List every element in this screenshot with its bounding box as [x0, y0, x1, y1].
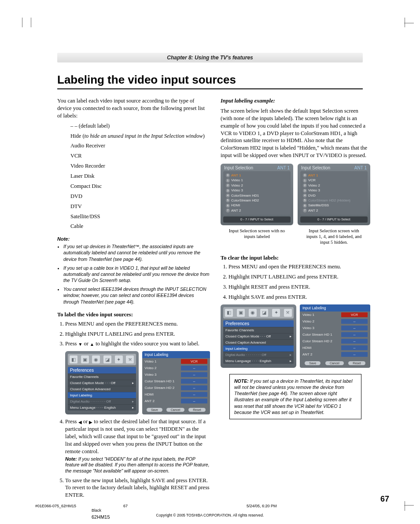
il-title: Input Labeling: [142, 351, 210, 358]
label-item: Audio Receiver: [70, 142, 210, 150]
label-item: DVD: [70, 193, 210, 200]
to-label-heading: To label the video input sources:: [57, 311, 210, 319]
menu-icon: ▣: [81, 355, 89, 363]
label-default: – – (default label): [70, 123, 110, 129]
footer-page: 67: [123, 504, 247, 508]
down-triangle-icon: ▼: [78, 341, 83, 348]
osd-item: ColorStream HD1: [231, 194, 259, 198]
label-item: Compact Disc: [70, 183, 210, 190]
il-row: Color Stream HD 1--: [300, 331, 370, 338]
il-row: Video 2--: [300, 318, 370, 325]
il-reset: Reset: [188, 408, 205, 412]
osd-ant: ANT 1: [277, 165, 290, 170]
il-row: HDMI--: [300, 344, 370, 351]
pref-item: Closed Caption Mode · · · Off▸: [223, 333, 294, 339]
pref-item: Menu Language · · · · English▸: [223, 358, 294, 364]
page-number: 67: [380, 495, 389, 504]
footer-black: Black: [92, 508, 394, 513]
il-row: Video 3--: [300, 325, 370, 331]
menu-icon-row: ◧ ▣ ◉ ◪ ✦ ⤧: [223, 307, 294, 319]
osd-title: Input Selection: [301, 165, 330, 170]
label-hide: Hide (to hide an unused input in the Inp…: [70, 132, 210, 140]
osd-item: HDMI: [231, 203, 240, 207]
step: Highlight INPUT LABELING and press ENTER…: [65, 330, 210, 338]
osd-item: ColorStream HD2: [231, 198, 259, 202]
osd-item: Video 1: [231, 178, 243, 182]
pref-item: Digital Audio · · · · · · · · Off▸: [223, 352, 294, 358]
osd-item: ANT 2: [231, 209, 241, 213]
il-row: Color Stream HD 1--: [142, 378, 210, 385]
osd-item: Video 2: [308, 183, 320, 187]
pref-item: Digital Audio · · · · · · · · Off▸: [68, 398, 136, 404]
label-item: VCR: [70, 152, 210, 160]
label-item: Video Recorder: [70, 162, 210, 170]
osd-item: ANT 1: [231, 173, 241, 177]
menu-icon: ✦: [272, 309, 280, 317]
menu-icon: ◧: [225, 309, 233, 317]
footer-model: 62HM15: [92, 514, 394, 520]
print-footer: #01E066-075_62HM15 67 5/24/05, 6:20 PM B…: [35, 504, 394, 520]
note-item: If you set up devices in TheaterNet™, th…: [63, 243, 210, 262]
step: Press MENU and open the PREFERENCES menu…: [65, 320, 210, 328]
label-steps: Press MENU and open the PREFERENCES menu…: [65, 320, 210, 348]
label-item: Laser Disk: [70, 172, 210, 180]
il-row: Video 1VCR: [300, 311, 370, 318]
menu-icon: ◉: [92, 355, 100, 363]
step: Highlight SAVE and press ENTER.: [228, 293, 370, 301]
osd-item: Video 3: [308, 188, 320, 192]
osd-item: ColorStream HD2 (Hidden): [308, 198, 350, 202]
pref-item-selected: Input Labeling: [68, 392, 136, 398]
label-item: Satellite/DSS: [70, 213, 210, 220]
step: To save the new input labels, highlight …: [65, 477, 210, 499]
up-triangle-icon: ▲: [90, 341, 94, 348]
chapter-header: Chapter 8: Using the TV's features: [57, 53, 363, 62]
il-row: HDMI--: [142, 391, 210, 398]
osd-item: ANT 2: [308, 209, 318, 213]
menu-icon: ▣: [237, 309, 245, 317]
step: Press ◀ or ▶ to select the desired label…: [65, 418, 210, 474]
preferences-title: Preferences: [223, 320, 294, 327]
osd-caption-left: Input Selection screen with no inputs la…: [221, 228, 293, 245]
note-box: NOTE: If you set up a device in TheaterN…: [229, 374, 361, 419]
il-row: Color Stream HD 2--: [300, 338, 370, 344]
example-text: The screen below left shows the default …: [221, 107, 370, 159]
osd-item: DVD: [308, 194, 316, 198]
note-heading: Note:: [57, 236, 210, 242]
il-save: Save: [147, 408, 162, 412]
menu-icon: ◪: [260, 309, 268, 317]
step: Press MENU and open the PREFERENCES menu…: [228, 263, 370, 271]
step: Press ▼ or ▲ to highlight the video sour…: [65, 340, 210, 348]
left-column: You can label each video input source ac…: [57, 97, 210, 502]
input-selection-osd-row: Input SelectionANT 1 0ANT 1 1Video 1 2Vi…: [221, 164, 370, 225]
pref-item: Closed Caption Advanced: [223, 339, 294, 345]
il-cancel: Cancel: [166, 408, 185, 412]
preferences-osd: ◧ ▣ ◉ ◪ ✦ ⤧ Preferences Favorite Channel…: [65, 351, 139, 414]
il-row: Video 2--: [142, 365, 210, 371]
label-steps-cont: Press ◀ or ▶ to select the desired label…: [65, 418, 210, 499]
il-cancel: Cancel: [325, 361, 344, 365]
il-title: Input Labeling: [300, 304, 370, 311]
preferences-osd: ◧ ▣ ◉ ◪ ✦ ⤧ Preferences Favorite Channel…: [221, 304, 296, 368]
osd-footer: 0 - 7 / INPUT to Select: [300, 216, 368, 223]
menu-icon: ◪: [103, 355, 111, 363]
pref-item: Favorite Channels: [68, 374, 136, 380]
preset-label-list: – – (default label) Hide (to hide an unu…: [70, 122, 210, 231]
example-heading: Input labeling example:: [221, 97, 370, 105]
step: Highlight INPUT LABELING and press ENTER…: [228, 273, 370, 281]
pref-item: Closed Caption Mode · · · Off▸: [68, 380, 136, 386]
title-rule: [57, 88, 363, 89]
osd-combo-right: ◧ ▣ ◉ ◪ ✦ ⤧ Preferences Favorite Channel…: [221, 304, 370, 368]
il-reset: Reset: [348, 361, 365, 365]
menu-icon: ⤧: [126, 355, 134, 363]
to-clear-heading: To clear the input labels:: [221, 254, 370, 262]
osd-ant: ANT 1: [354, 165, 367, 170]
osd-title: Input Selection: [224, 165, 253, 170]
pref-item: Closed Caption Advanced: [68, 386, 136, 392]
osd-item: Video 3: [231, 188, 243, 192]
osd-footer: 0 - 7 / INPUT to Select: [223, 216, 291, 223]
il-row: ANT 2--: [300, 351, 370, 358]
intro-text: You can label each video input source ac…: [57, 97, 210, 120]
step4-note: Note: If you select "HIDDEN" for all of …: [65, 456, 210, 474]
note-item: If you set up a cable box in VIDEO 1, th…: [63, 265, 210, 284]
pref-item-selected: Input Labeling: [223, 345, 294, 352]
